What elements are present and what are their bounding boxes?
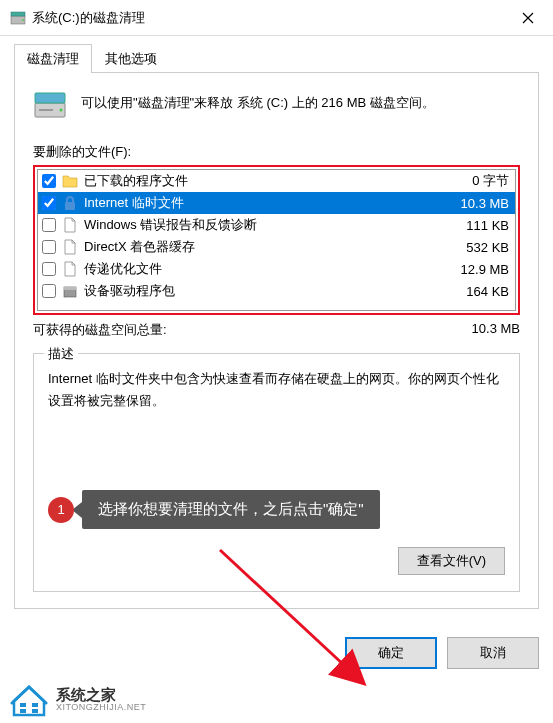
file-name: 传递优化文件 [84,260,461,278]
tab-content: 可以使用"磁盘清理"来释放 系统 (C:) 上的 216 MB 磁盘空间。 要删… [14,73,539,609]
watermark: 系统之家 XITONGZHIJIA.NET [10,683,146,717]
svg-rect-10 [20,703,26,707]
file-checkbox[interactable] [42,174,56,188]
file-checkbox[interactable] [42,196,56,210]
ok-button[interactable]: 确定 [345,637,437,669]
package-icon [62,283,78,299]
drive-icon [33,89,67,119]
file-size: 532 KB [466,240,509,255]
file-list-highlight: 已下载的程序文件0 字节Internet 临时文件10.3 MBWindows … [33,165,520,315]
titlebar: 系统(C:)的磁盘清理 [0,0,553,36]
callout-text: 选择你想要清理的文件，之后点击"确定" [82,490,380,529]
file-name: Internet 临时文件 [84,194,461,212]
watermark-text: 系统之家 XITONGZHIJIA.NET [56,687,146,713]
svg-rect-9 [64,287,76,290]
total-row: 可获得的磁盘空间总量: 10.3 MB [33,321,520,339]
file-icon [62,239,78,255]
annotation-callout: 1 选择你想要清理的文件，之后点击"确定" [48,490,505,529]
svg-rect-12 [20,709,26,713]
svg-rect-13 [32,709,38,713]
description-fieldset: 描述 Internet 临时文件夹中包含为快速查看而存储在硬盘上的网页。你的网页… [33,353,520,592]
file-checkbox[interactable] [42,284,56,298]
file-name: Windows 错误报告和反馈诊断 [84,216,466,234]
file-checkbox[interactable] [42,240,56,254]
file-checkbox[interactable] [42,262,56,276]
file-row[interactable]: DirectX 着色器缓存532 KB [38,236,515,258]
svg-rect-11 [32,703,38,707]
house-icon [10,683,48,717]
folder-icon [62,173,78,189]
lock-icon [62,195,78,211]
tab-bar: 磁盘清理 其他选项 [14,44,539,73]
svg-rect-6 [39,109,53,111]
watermark-en: XITONGZHIJIA.NET [56,703,146,713]
view-files-button[interactable]: 查看文件(V) [398,547,505,575]
file-size: 0 字节 [472,172,509,190]
drive-cleanup-icon [10,10,26,26]
svg-rect-7 [65,202,75,210]
dialog-buttons: 确定 取消 [0,637,553,683]
file-list[interactable]: 已下载的程序文件0 字节Internet 临时文件10.3 MBWindows … [37,169,516,311]
file-name: 已下载的程序文件 [84,172,472,190]
dialog-body: 磁盘清理 其他选项 可以使用"磁盘清理"来释放 系统 (C:) 上的 216 M… [0,36,553,623]
file-row[interactable]: 传递优化文件12.9 MB [38,258,515,280]
svg-point-5 [60,109,63,112]
file-icon [62,217,78,233]
file-checkbox[interactable] [42,218,56,232]
close-button[interactable] [505,2,551,34]
file-name: DirectX 着色器缓存 [84,238,466,256]
svg-point-2 [22,19,24,21]
info-row: 可以使用"磁盘清理"来释放 系统 (C:) 上的 216 MB 磁盘空间。 [33,89,520,119]
tab-other-options[interactable]: 其他选项 [92,44,170,73]
file-row[interactable]: Windows 错误报告和反馈诊断111 KB [38,214,515,236]
total-label: 可获得的磁盘空间总量: [33,321,472,339]
svg-rect-1 [11,12,25,16]
file-row[interactable]: 设备驱动程序包164 KB [38,280,515,302]
cancel-button[interactable]: 取消 [447,637,539,669]
file-size: 111 KB [466,218,509,233]
file-size: 164 KB [466,284,509,299]
file-size: 12.9 MB [461,262,509,277]
svg-rect-4 [35,93,65,103]
file-icon [62,261,78,277]
window-title: 系统(C:)的磁盘清理 [32,9,505,27]
total-value: 10.3 MB [472,321,520,339]
file-size: 10.3 MB [461,196,509,211]
description-text: Internet 临时文件夹中包含为快速查看而存储在硬盘上的网页。你的网页个性化… [48,368,505,464]
files-label: 要删除的文件(F): [33,143,520,161]
tab-cleanup[interactable]: 磁盘清理 [14,44,92,73]
watermark-cn: 系统之家 [56,687,146,704]
description-legend: 描述 [44,345,78,363]
file-row[interactable]: 已下载的程序文件0 字节 [38,170,515,192]
info-text: 可以使用"磁盘清理"来释放 系统 (C:) 上的 216 MB 磁盘空间。 [81,89,435,114]
callout-badge: 1 [48,497,74,523]
file-row[interactable]: Internet 临时文件10.3 MB [38,192,515,214]
viewfiles-row: 查看文件(V) [48,547,505,575]
file-name: 设备驱动程序包 [84,282,466,300]
